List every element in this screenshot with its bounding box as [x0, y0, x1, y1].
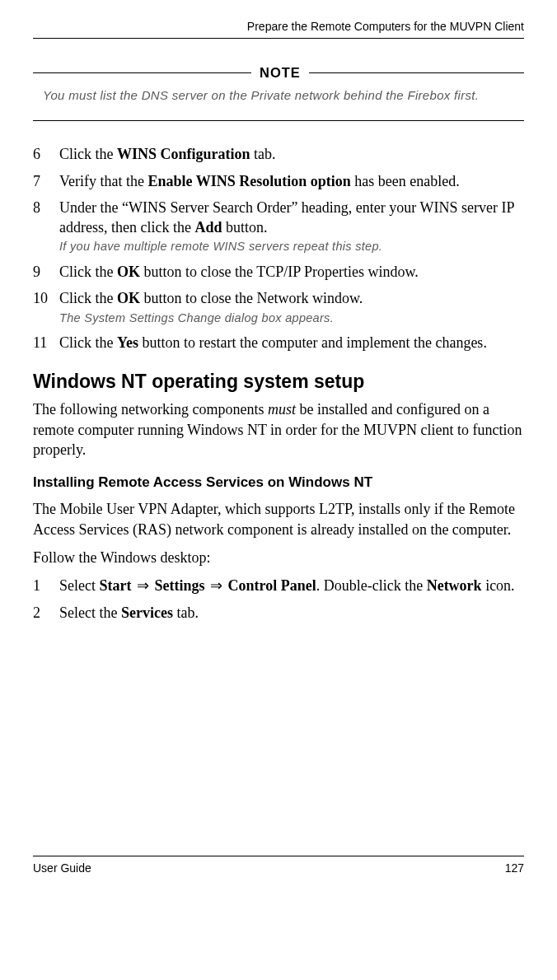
step-text: Under the “WINS Server Search Order” hea…	[59, 198, 524, 255]
subsection-paragraph: The Mobile User VPN Adapter, which suppo…	[33, 499, 524, 539]
header-title: Prepare the Remote Computers for the MUV…	[247, 20, 524, 33]
note-rule-right	[309, 72, 524, 73]
step-subtext: The System Settings Change dialog box ap…	[59, 310, 524, 327]
note-rule-left	[33, 72, 251, 73]
step-text: Click the OK button to close the TCP/IP …	[59, 262, 524, 282]
footer-page-number: 127	[505, 861, 524, 875]
step-item: 6 Click the WINS Configuration tab.	[33, 144, 524, 164]
step-number: 1	[33, 576, 59, 595]
note-block: NOTE You must list the DNS server on the…	[33, 65, 524, 121]
step-number: 11	[33, 333, 59, 352]
step-subtext: If you have multiple remote WINS servers…	[59, 239, 524, 255]
footer-left: User Guide	[33, 861, 91, 875]
step-item: 2 Select the Services tab.	[33, 603, 524, 623]
step-item: 11 Click the Yes button to restart the c…	[33, 333, 524, 352]
step-text: Click the WINS Configuration tab.	[59, 144, 524, 164]
subsection-paragraph: Follow the Windows desktop:	[33, 548, 524, 567]
step-item: 1 Select Start ⇒ Settings ⇒ Control Pane…	[33, 576, 524, 595]
step-item: 7 Verify that the Enable WINS Resolution…	[33, 171, 524, 191]
step-text: Click the OK button to close the Network…	[59, 288, 524, 326]
step-item: 9 Click the OK button to close the TCP/I…	[33, 262, 524, 282]
step-list-a: 6 Click the WINS Configuration tab. 7 Ve…	[33, 144, 524, 352]
step-number: 8	[33, 198, 59, 255]
page-footer: User Guide 127	[33, 856, 524, 875]
step-item: 10 Click the OK button to close the Netw…	[33, 288, 524, 326]
step-number: 9	[33, 262, 59, 282]
note-body: You must list the DNS server on the Priv…	[33, 87, 524, 117]
step-text: Click the Yes button to restart the comp…	[59, 333, 524, 352]
step-number: 7	[33, 171, 59, 191]
subsection-heading: Installing Remote Access Services on Win…	[33, 474, 524, 491]
step-text: Verify that the Enable WINS Resolution o…	[59, 171, 524, 191]
step-number: 2	[33, 603, 59, 623]
page-header: Prepare the Remote Computers for the MUV…	[33, 20, 524, 39]
step-text: Select Start ⇒ Settings ⇒ Control Panel.…	[59, 576, 524, 595]
note-label: NOTE	[251, 65, 309, 81]
step-number: 10	[33, 288, 59, 326]
section-paragraph: The following networking components must…	[33, 399, 524, 460]
step-text: Select the Services tab.	[59, 603, 524, 623]
step-number: 6	[33, 144, 59, 164]
step-item: 8 Under the “WINS Server Search Order” h…	[33, 198, 524, 255]
step-list-b: 1 Select Start ⇒ Settings ⇒ Control Pane…	[33, 576, 524, 623]
section-heading: Windows NT operating system setup	[33, 371, 524, 393]
note-rule-bottom	[33, 120, 524, 121]
